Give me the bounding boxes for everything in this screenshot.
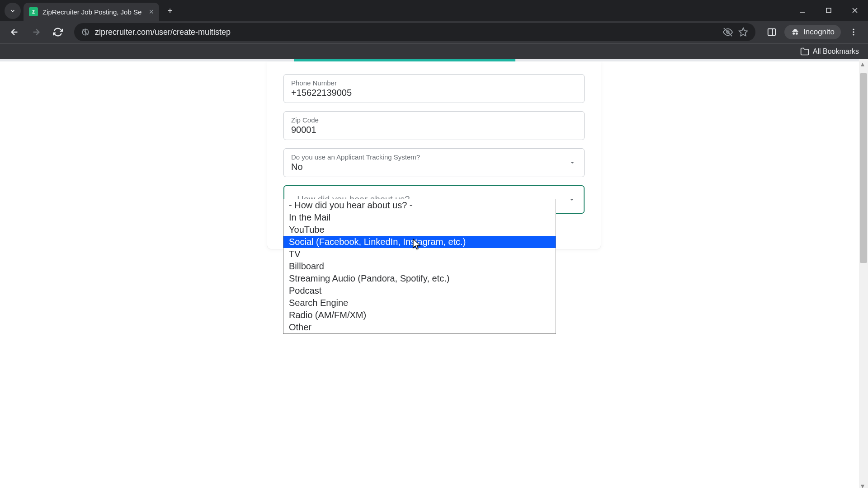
site-info-icon[interactable] <box>81 28 90 36</box>
tab-title: ZipRecruiter Job Posting, Job Se <box>42 8 144 16</box>
hear-dropdown-list[interactable]: - How did you hear about us? -In the Mai… <box>283 199 556 334</box>
tab-search-button[interactable] <box>5 3 21 19</box>
tab-bar: z ZipRecruiter Job Posting, Job Se × + <box>0 0 868 21</box>
scrollbar[interactable]: ▴ ▾ <box>859 59 868 488</box>
chevron-down-icon <box>568 196 576 203</box>
svg-rect-1 <box>826 8 831 13</box>
ats-value: No <box>291 162 562 172</box>
svg-point-14 <box>853 34 854 35</box>
back-button[interactable] <box>5 23 24 41</box>
scroll-thumb[interactable] <box>860 73 867 263</box>
dropdown-option[interactable]: Billboard <box>283 260 556 272</box>
menu-icon[interactable] <box>844 23 863 41</box>
bookmark-star-icon[interactable] <box>738 27 748 37</box>
incognito-label: Incognito <box>803 28 835 37</box>
phone-label: Phone Number <box>291 79 577 87</box>
zip-label: Zip Code <box>291 116 577 124</box>
dropdown-option[interactable]: Streaming Audio (Pandora, Spotify, etc.) <box>283 272 556 285</box>
zip-value: 90001 <box>291 125 577 135</box>
dropdown-option[interactable]: Podcast <box>283 285 556 297</box>
tab-close-icon[interactable]: × <box>149 7 154 17</box>
dropdown-option[interactable]: Radio (AM/FM/XM) <box>283 309 556 321</box>
browser-chrome: z ZipRecruiter Job Posting, Job Se × + z… <box>0 0 868 59</box>
dropdown-option[interactable]: Other <box>283 321 556 333</box>
svg-point-12 <box>853 29 854 30</box>
scroll-down-icon[interactable]: ▾ <box>861 482 866 487</box>
ats-label: Do you use an Applicant Tracking System? <box>291 153 562 161</box>
maximize-icon[interactable] <box>816 0 842 21</box>
phone-value: +15622139005 <box>291 88 577 98</box>
bookmarks-bar: All Bookmarks <box>0 43 868 59</box>
scroll-up-icon[interactable]: ▴ <box>861 60 866 65</box>
favicon-icon: z <box>29 7 38 16</box>
eye-off-icon[interactable] <box>723 27 733 37</box>
zip-field[interactable]: Zip Code 90001 <box>283 111 585 140</box>
new-tab-button[interactable]: + <box>162 3 178 19</box>
chevron-down-icon <box>569 159 576 166</box>
dropdown-option[interactable]: Social (Facebook, LinkedIn, Instagram, e… <box>283 236 556 248</box>
ats-select[interactable]: Do you use an Applicant Tracking System?… <box>283 148 585 177</box>
dropdown-option[interactable]: TV <box>283 248 556 260</box>
svg-marker-9 <box>739 28 747 36</box>
dropdown-option[interactable]: Search Engine <box>283 297 556 309</box>
window-controls <box>789 0 868 21</box>
close-icon[interactable] <box>842 0 868 21</box>
side-panel-icon[interactable] <box>763 23 781 41</box>
incognito-icon <box>791 28 800 37</box>
page-content: Phone Number +15622139005 Zip Code 90001… <box>0 59 868 488</box>
bookmarks-label: All Bookmarks <box>813 47 859 56</box>
browser-tab[interactable]: z ZipRecruiter Job Posting, Job Se × <box>24 3 159 21</box>
phone-field[interactable]: Phone Number +15622139005 <box>283 74 585 103</box>
all-bookmarks-button[interactable]: All Bookmarks <box>800 47 859 56</box>
minimize-icon[interactable] <box>789 0 816 21</box>
url-text: ziprecruiter.com/user/create-multistep <box>95 28 717 37</box>
dropdown-option[interactable]: - How did you hear about us? - <box>283 199 556 211</box>
incognito-badge[interactable]: Incognito <box>784 25 841 39</box>
browser-toolbar: ziprecruiter.com/user/create-multistep I… <box>0 21 868 43</box>
svg-point-13 <box>853 31 854 33</box>
svg-rect-10 <box>768 29 776 36</box>
dropdown-option[interactable]: YouTube <box>283 224 556 236</box>
forward-button[interactable] <box>27 23 45 41</box>
folder-icon <box>800 47 809 56</box>
dropdown-option[interactable]: In the Mail <box>283 211 556 224</box>
address-bar[interactable]: ziprecruiter.com/user/create-multistep <box>74 23 755 41</box>
reload-button[interactable] <box>49 23 67 41</box>
